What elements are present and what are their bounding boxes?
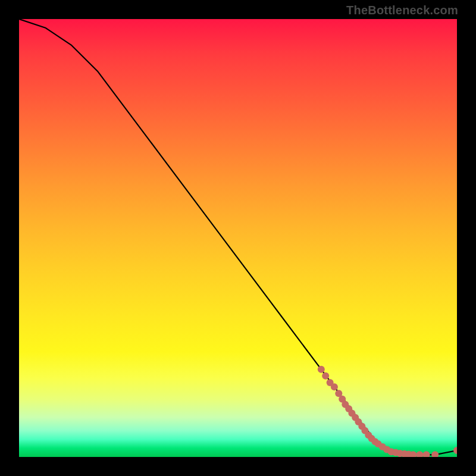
data-point [431, 451, 439, 457]
data-point [331, 383, 338, 390]
data-point [416, 451, 423, 457]
chart-plot-area [19, 19, 457, 457]
chart-svg [19, 19, 457, 457]
chart-frame: TheBottleneck.com [0, 0, 476, 476]
data-point [318, 366, 325, 373]
data-point [453, 447, 457, 454]
attribution-label: TheBottleneck.com [346, 4, 458, 17]
data-point [423, 451, 430, 457]
data-point [322, 372, 329, 380]
data-points [318, 366, 457, 457]
bottleneck-curve [19, 19, 457, 455]
